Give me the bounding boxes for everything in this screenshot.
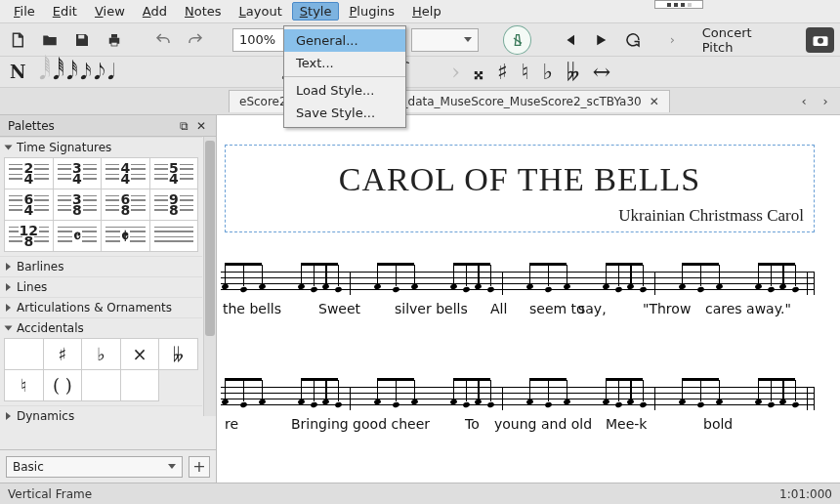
menu-file[interactable]: File (6, 2, 43, 21)
score-subtitle: Ukrainian Christmass Carol (235, 206, 804, 226)
accidental-cell[interactable]: ( ) (44, 370, 83, 401)
section-lines[interactable]: Lines (0, 276, 202, 297)
status-left: Vertical Frame (8, 487, 92, 501)
screenshot-button[interactable] (806, 27, 834, 53)
timesig-C[interactable]: 𝄴 (54, 221, 103, 252)
menu-notes[interactable]: Notes (177, 2, 230, 21)
accent-icon[interactable]: › (451, 60, 460, 84)
svg-rect-2 (111, 34, 117, 38)
tab-next-icon[interactable]: › (817, 93, 834, 110)
play-button[interactable] (588, 27, 612, 53)
palettes-panel: Palettes ⧉ ✕ Time Signatures 24344454643… (0, 115, 217, 483)
menubar: File Edit View Add Notes Layout Style Pl… (0, 0, 840, 23)
dblsharp-icon[interactable]: 𝄪 (474, 60, 483, 84)
tab-prev-icon[interactable]: ‹ (795, 93, 813, 110)
timesig-5-4[interactable]: 54 (150, 158, 199, 189)
print-button[interactable] (102, 27, 126, 53)
svg-rect-0 (78, 34, 84, 38)
palette-scrollbar[interactable] (203, 137, 216, 416)
timesig-3-4[interactable]: 34 (54, 158, 103, 189)
menu-add[interactable]: Add (135, 2, 175, 21)
tabstrip: eScore2_ …me_.local_share_data_MuseScore… (0, 88, 840, 115)
accidental-cell[interactable]: ♯ (44, 339, 83, 370)
accidental-cell[interactable]: ♭ (82, 339, 121, 370)
note-input-icon[interactable]: N (10, 62, 25, 82)
accidental-cell[interactable] (121, 370, 160, 401)
timesig-2-4[interactable]: 24 (5, 158, 54, 189)
accidentals-grid: ♯♭×𝄫♮( ) (4, 338, 198, 401)
window-decor (654, 0, 703, 9)
menu-layout[interactable]: Layout (231, 2, 290, 21)
section-time-signatures[interactable]: Time Signatures (0, 137, 202, 157)
time-signatures-grid: 2434445464386898128𝄴𝄵 (4, 157, 198, 252)
menu-edit[interactable]: Edit (45, 2, 85, 21)
accidental-cell[interactable]: 𝄫 (159, 339, 198, 370)
undo-button[interactable] (151, 27, 176, 53)
view-mode-select[interactable] (411, 28, 479, 52)
score-view[interactable]: CAROL OF THE BELLS Ukrainian Christmass … (217, 115, 840, 483)
chevron-right-icon[interactable]: › (660, 27, 685, 53)
add-workspace-button[interactable]: + (189, 456, 210, 478)
style-text[interactable]: Text... (284, 52, 405, 74)
dblflat-icon[interactable]: 𝄫 (567, 60, 579, 84)
flat-icon[interactable]: ♭ (542, 60, 552, 84)
flip-icon[interactable]: ↔ (593, 60, 610, 84)
menu-view[interactable]: View (87, 2, 133, 21)
timesig-[interactable] (150, 221, 199, 252)
timesig-6-8[interactable]: 68 (102, 189, 150, 221)
palettes-titlebar: Palettes ⧉ ✕ (0, 115, 216, 137)
section-dynamics[interactable]: Dynamics (0, 405, 202, 426)
score-title: CAROL OF THE BELLS (235, 161, 804, 198)
redo-button[interactable] (184, 27, 208, 53)
open-file-button[interactable] (38, 27, 63, 53)
style-load[interactable]: Load Style... (284, 76, 405, 102)
accidental-cell[interactable] (5, 339, 44, 370)
zoom-input[interactable]: 100% (232, 28, 291, 52)
timesig-¢[interactable]: 𝄵 (102, 221, 150, 252)
natural-icon[interactable]: ♮ (522, 60, 529, 84)
timesig-3-8[interactable]: 38 (54, 189, 103, 221)
timesig-9-8[interactable]: 98 (150, 189, 199, 221)
concert-pitch-button[interactable]: Concert Pitch (693, 22, 793, 58)
accidental-cell[interactable]: ♮ (5, 370, 44, 401)
toolbar-main: 100% › Concert Pitch (0, 23, 840, 57)
style-general[interactable]: General... (284, 29, 405, 52)
palettes-title: Palettes (8, 119, 55, 133)
staff-1: the bellsSweetsilver bellsAllseem tosay,… (221, 260, 815, 307)
new-file-button[interactable] (6, 27, 30, 53)
svg-point-5 (818, 37, 823, 43)
svg-rect-3 (111, 42, 117, 46)
palette-undock-icon[interactable]: ⧉ (177, 119, 190, 133)
save-button[interactable] (70, 27, 95, 53)
palette-close-icon[interactable]: ✕ (194, 119, 208, 133)
sharp-icon[interactable]: ♯ (497, 60, 508, 84)
status-bar: Vertical Frame 1:01:000 (0, 483, 840, 504)
menu-style[interactable]: Style (292, 2, 340, 21)
status-time: 1:01:000 (779, 487, 832, 501)
toolbar-notes: N 𝅘𝅥𝅲 𝅘𝅥𝅱 𝅘𝅥𝅰 𝅘𝅥𝅯 𝅘𝅥𝅮 𝅘𝅥 𝅗𝅥 • ‥ 𝄽 ⁀ › 𝄪 … (0, 57, 840, 88)
menu-help[interactable]: Help (404, 2, 449, 21)
zoom-value: 100% (239, 32, 275, 47)
timesig-4-4[interactable]: 44 (102, 158, 150, 189)
workspace-select[interactable]: Basic (6, 456, 183, 478)
accidental-cell[interactable]: × (121, 339, 160, 370)
section-articulations[interactable]: Articulations & Ornaments (0, 297, 202, 317)
accidental-cell[interactable] (82, 370, 121, 401)
timesig-6-4[interactable]: 64 (5, 189, 54, 221)
style-dropdown: General... Text... Load Style... Save St… (283, 25, 406, 128)
section-accidentals[interactable]: Accidentals (0, 317, 202, 338)
menu-plugins[interactable]: Plugins (341, 2, 402, 21)
metronome-button[interactable] (503, 25, 531, 55)
loop-button[interactable] (620, 27, 645, 53)
style-save[interactable]: Save Style... (284, 102, 405, 124)
tab-close-icon[interactable]: ✕ (650, 95, 659, 108)
staff-2: reBringing good cheerToyoung and oldMee-… (221, 375, 815, 422)
title-frame[interactable]: CAROL OF THE BELLS Ukrainian Christmass … (225, 145, 815, 232)
timesig-12-8[interactable]: 128 (5, 221, 54, 252)
section-barlines[interactable]: Barlines (0, 256, 202, 276)
rewind-button[interactable] (557, 27, 581, 53)
